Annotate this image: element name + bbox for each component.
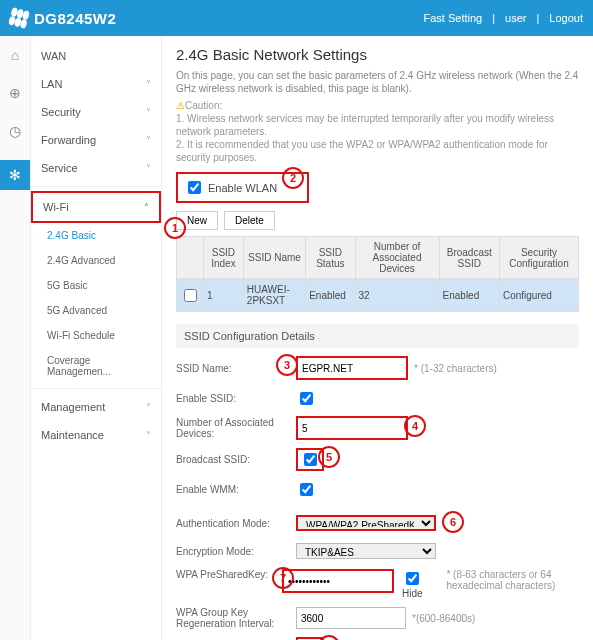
ssid-row-checkbox[interactable]: [184, 289, 197, 302]
page-title: 2.4G Basic Network Settings: [176, 46, 579, 63]
chevron-down-icon: ˅: [146, 430, 151, 441]
th-broadcast: Broadcast SSID: [439, 237, 499, 279]
fast-setting-link[interactable]: Fast Setting: [424, 12, 483, 24]
chevron-up-icon: ˄: [144, 202, 149, 213]
th-ssid-index: SSID Index: [204, 237, 244, 279]
cell-bcast: Enabled: [439, 279, 499, 312]
home-icon[interactable]: ⌂: [6, 46, 24, 64]
ssid-table: SSID Index SSID Name SSID Status Number …: [176, 236, 579, 312]
cell-index: 1: [204, 279, 244, 312]
encryption-mode-select[interactable]: TKIP&AES: [296, 543, 436, 559]
enable-ssid-checkbox[interactable]: [300, 392, 313, 405]
header-links: Fast Setting | user | Logout: [424, 12, 583, 24]
lbl-auth-mode: Authentication Mode:: [176, 518, 296, 529]
lbl-broadcast-ssid: Broadcast SSID:: [176, 454, 296, 465]
th-ssid-name: SSID Name: [243, 237, 305, 279]
enable-wlan-checkbox[interactable]: [188, 181, 201, 194]
cell-status: Enabled: [306, 279, 355, 312]
nav-service[interactable]: Service˅: [31, 154, 161, 182]
add-icon[interactable]: ⊕: [6, 84, 24, 102]
nav-security[interactable]: Security˅: [31, 98, 161, 126]
lbl-enable-ssid: Enable SSID:: [176, 393, 296, 404]
hint-ssid: * (1-32 characters): [414, 363, 497, 374]
main-content: 2.4G Basic Network Settings On this page…: [162, 36, 593, 640]
nav-lan[interactable]: LAN˅: [31, 70, 161, 98]
enable-wmm-checkbox[interactable]: [300, 483, 313, 496]
caution-label: Caution:: [185, 100, 222, 111]
cell-sec: Configured: [499, 279, 578, 312]
enable-wlan-row: Enable WLAN: [176, 172, 309, 203]
logout-link[interactable]: Logout: [549, 12, 583, 24]
model-name: DG8245W2: [34, 10, 116, 27]
app-header: DG8245W2 Fast Setting | user | Logout: [0, 0, 593, 36]
warning-icon: ⚠: [176, 100, 185, 111]
caution-block: ⚠Caution: 1. Wireless network services m…: [176, 99, 579, 164]
separator: |: [536, 12, 539, 24]
th-ssid-status: SSID Status: [306, 237, 355, 279]
logo-area: DG8245W2: [10, 9, 116, 27]
th-security: Security Configuration: [499, 237, 578, 279]
chevron-down-icon: ˅: [146, 79, 151, 90]
subnav-5g-basic[interactable]: 5G Basic: [31, 273, 161, 298]
separator: |: [492, 12, 495, 24]
assoc-devices-input[interactable]: [296, 416, 408, 440]
hint-psk: * (8-63 characters or 64 hexadecimal cha…: [446, 569, 579, 591]
lbl-ssid-name: SSID Name:: [176, 363, 296, 374]
chevron-down-icon: ˅: [146, 107, 151, 118]
caution-line-1: 1. Wireless network services may be inte…: [176, 113, 554, 137]
subnav-24g-advanced[interactable]: 2.4G Advanced: [31, 248, 161, 273]
caution-line-2: 2. It is recommended that you use the WP…: [176, 139, 548, 163]
nav-maintenance[interactable]: Maintenance˅: [31, 421, 161, 449]
subnav-coverage[interactable]: Coverage Managemen...: [31, 348, 161, 384]
wpa-psk-input[interactable]: [282, 569, 394, 593]
cell-assoc: 32: [355, 279, 439, 312]
subnav-24g-basic[interactable]: 2.4G Basic: [31, 223, 161, 248]
ssid-row[interactable]: 1 HUAWEI-2PKSXT Enabled 32 Enabled Confi…: [177, 279, 579, 312]
lbl-encryption-mode: Encryption Mode:: [176, 546, 296, 557]
auth-mode-select[interactable]: WPA/WPA2 PreSharedKey: [296, 515, 436, 531]
nav-wan[interactable]: WAN: [31, 42, 161, 70]
ssid-name-input[interactable]: [296, 356, 408, 380]
lbl-assoc-devices: Number of Associated Devices:: [176, 417, 296, 439]
nav-forwarding[interactable]: Forwarding˅: [31, 126, 161, 154]
nav-wifi[interactable]: Wi-Fi˄: [31, 191, 161, 223]
nav-management[interactable]: Management˅: [31, 393, 161, 421]
cell-name: HUAWEI-2PKSXT: [243, 279, 305, 312]
th-assoc-devices: Number of Associated Devices: [355, 237, 439, 279]
nav-sidebar: WAN LAN˅ Security˅ Forwarding˅ Service˅ …: [31, 36, 162, 640]
annotation-marker-6: 6: [442, 511, 464, 533]
enable-wlan-label: Enable WLAN: [208, 182, 277, 194]
icon-sidebar: ⌂ ⊕ ◷ ✻: [0, 36, 31, 640]
section-ssid-details: SSID Configuration Details: [176, 324, 579, 348]
subnav-wifi-schedule[interactable]: Wi-Fi Schedule: [31, 323, 161, 348]
lbl-wpa-psk: WPA PreSharedKey:: [176, 569, 282, 580]
subnav-5g-advanced[interactable]: 5G Advanced: [31, 298, 161, 323]
hint-rekey: *(600-86400s): [412, 613, 475, 624]
page-description: On this page, you can set the basic para…: [176, 69, 579, 95]
broadcast-ssid-checkbox[interactable]: [304, 453, 317, 466]
rekey-interval-input[interactable]: [296, 607, 406, 629]
chevron-down-icon: ˅: [146, 163, 151, 174]
lbl-rekey-interval: WPA Group Key Regeneration Interval:: [176, 607, 296, 629]
lbl-enable-wmm: Enable WMM:: [176, 484, 296, 495]
chevron-down-icon: ˅: [146, 402, 151, 413]
delete-button[interactable]: Delete: [224, 211, 275, 230]
gear-icon[interactable]: ✻: [0, 160, 30, 190]
lbl-hide: Hide: [402, 588, 423, 599]
user-link[interactable]: user: [505, 12, 526, 24]
globe-icon[interactable]: ◷: [6, 122, 24, 140]
new-button[interactable]: New: [176, 211, 218, 230]
hide-psk-checkbox[interactable]: [406, 572, 419, 585]
huawei-logo-icon: [8, 7, 30, 29]
chevron-down-icon: ˅: [146, 135, 151, 146]
